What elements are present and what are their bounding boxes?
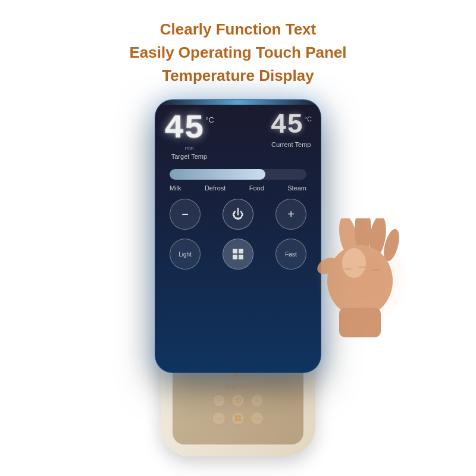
target-celsius: °C	[205, 115, 214, 124]
mini-light-label: Light	[215, 416, 223, 420]
current-temp-section: 45 °C Current Temp	[270, 112, 312, 148]
mini-target-label: Target Temp	[225, 384, 251, 389]
mode-steam[interactable]: Steam	[287, 184, 306, 192]
plus-icon: +	[287, 208, 295, 221]
header-line2: Easily Operating Touch Panel	[129, 41, 346, 64]
light-label: Light	[178, 251, 192, 258]
progress-bar-container	[170, 169, 306, 180]
progress-bar-fill	[170, 169, 265, 180]
grid-button[interactable]	[223, 239, 253, 270]
current-temp-value: 45	[270, 112, 303, 139]
temp-display-area: 45 °C min Target Temp 45 °C Current Temp	[164, 112, 312, 160]
grid-cell-2	[239, 249, 243, 253]
bottom-controls-row: Light Fast	[170, 239, 306, 270]
min-label: min	[185, 145, 194, 151]
mini-controls-row-1: − ⏻ +	[212, 394, 264, 407]
grid-cell-1	[233, 249, 237, 253]
scene-container: 45 °C min Target Temp 45 °C Current Temp…	[89, 99, 387, 456]
header-block: Clearly Function Text Easily Operating T…	[129, 18, 346, 87]
minus-button[interactable]: −	[170, 199, 201, 230]
current-temp-row: 45 °C	[270, 112, 312, 139]
target-temp-section: 45 °C min Target Temp	[164, 112, 214, 160]
mode-milk[interactable]: Milk	[170, 184, 181, 192]
mini-controls-row-2: Light Fast	[212, 412, 264, 425]
mode-defrost[interactable]: Defrost	[205, 184, 226, 192]
panel-glow	[155, 100, 321, 105]
mini-grid-c4	[239, 418, 242, 421]
mini-minus-btn[interactable]: −	[212, 394, 226, 407]
mini-minus-icon: −	[217, 397, 221, 403]
mini-grid-btn[interactable]	[231, 412, 245, 425]
fast-label: Fast	[285, 251, 296, 258]
mini-grid-c3	[235, 418, 238, 421]
grid-cell-3	[233, 255, 237, 259]
mini-fast-btn[interactable]: Fast	[250, 412, 264, 425]
mode-food[interactable]: Food	[249, 184, 264, 192]
header-line3: Temperature Display	[129, 64, 346, 87]
mini-grid-icon	[235, 415, 241, 421]
mini-grid-c2	[239, 415, 242, 418]
grid-icon	[233, 249, 243, 259]
current-celsius: °C	[305, 115, 312, 123]
mini-power-btn[interactable]: ⏻	[231, 394, 245, 407]
mini-light-btn[interactable]: Light	[212, 412, 226, 425]
light-button[interactable]: Light	[170, 239, 201, 270]
hand-aura	[315, 230, 411, 325]
target-temp-value: 45	[164, 112, 204, 145]
grid-cell-4	[239, 255, 243, 259]
power-button[interactable]: ⏻	[223, 199, 253, 230]
mini-fast-label: Fast	[253, 416, 261, 420]
current-temp-label: Current Temp	[271, 141, 311, 148]
mini-power-icon: ⏻	[235, 397, 241, 403]
fast-button[interactable]: Fast	[275, 239, 306, 270]
mini-plus-btn[interactable]: +	[250, 394, 264, 407]
mode-labels: Milk Defrost Food Steam	[170, 184, 306, 192]
mini-plus-icon: +	[255, 397, 259, 403]
plus-button[interactable]: +	[275, 199, 306, 230]
target-temp-label: Target Temp	[171, 153, 207, 160]
header-line1: Clearly Function Text	[129, 18, 346, 41]
minus-icon: −	[181, 208, 189, 221]
touch-panel: 45 °C min Target Temp 45 °C Current Temp…	[155, 99, 321, 373]
power-icon: ⏻	[232, 208, 244, 221]
main-controls-row: − ⏻ +	[170, 199, 306, 230]
target-temp-row: 45 °C	[164, 112, 214, 145]
mini-grid-c1	[235, 415, 238, 418]
